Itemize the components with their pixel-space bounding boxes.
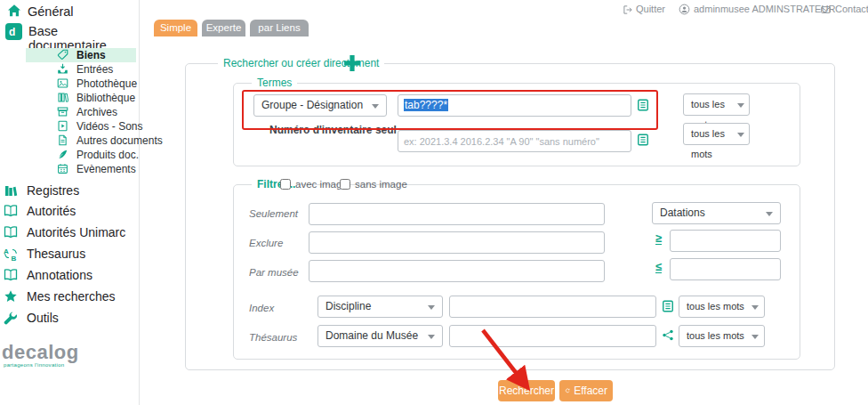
sidebar-item-autres-documents[interactable]: Autres documents — [26, 134, 136, 148]
sidebar-item-archives[interactable]: Archives — [26, 105, 136, 119]
inventory-number-label: Numéro d'inventaire seul — [269, 124, 397, 136]
translate-icon — [4, 247, 18, 261]
thesaurus-input[interactable] — [449, 325, 656, 347]
inventory-number-input[interactable] — [398, 130, 631, 152]
sidebar-item-entrees[interactable]: Entrées — [26, 62, 136, 77]
star-icon — [4, 289, 18, 304]
sidebar-item-videos-sons[interactable]: Vidéos - Sons — [26, 119, 136, 134]
date-max-input[interactable] — [670, 258, 781, 280]
thesaurus-field-select[interactable]: Domaine du Musée — [317, 325, 443, 347]
sidebar-item-outils[interactable]: Outils — [0, 307, 139, 328]
wrench-icon — [4, 311, 18, 325]
chevron-down-icon — [428, 335, 435, 339]
sidebar-item-evenements[interactable]: Evènements — [26, 162, 136, 176]
exclude-input[interactable] — [309, 231, 605, 254]
chevron-down-icon — [766, 212, 773, 216]
search-field-select[interactable]: Groupe - Désignation — [253, 94, 387, 117]
filter-legend: Filtrer... — [252, 178, 301, 190]
decalog-app-icon: d — [5, 23, 22, 40]
logout-icon — [623, 4, 633, 15]
books-stack-icon — [4, 183, 18, 198]
create-plus-icon[interactable] — [342, 53, 362, 73]
gte-symbol: ≥ — [655, 232, 662, 245]
open-book-icon — [4, 204, 18, 218]
only-label: Seulement — [249, 208, 298, 219]
datations-select[interactable]: Datations — [652, 202, 781, 224]
chevron-down-icon — [372, 104, 379, 109]
chevron-down-icon — [428, 305, 435, 310]
decalog-logo: decalog — [2, 341, 79, 364]
sidebar-item-phototheque[interactable]: Photothèque — [26, 77, 136, 91]
sidebar-item-biens[interactable]: Biens — [26, 48, 136, 62]
chevron-down-icon — [737, 133, 744, 137]
by-museum-input[interactable] — [309, 260, 605, 282]
application-window: Général d Base documentaire Biens Entrée… — [0, 0, 868, 405]
sidebar-item-mes-recherches[interactable]: Mes recherches — [0, 286, 139, 307]
lte-symbol: ≤ — [655, 261, 662, 273]
sidebar-item-autorites-unimarc[interactable]: Autorités Unimarc — [0, 222, 139, 243]
books-icon — [57, 92, 68, 103]
authority-list-icon[interactable] — [637, 98, 649, 112]
svg-text:d: d — [9, 26, 15, 38]
authority-list-icon[interactable] — [662, 299, 674, 313]
sidebar-item-annotations[interactable]: Annotations — [0, 264, 139, 286]
sidebar-item-thesaurus[interactable]: Thesaurus — [0, 243, 139, 264]
user-icon — [679, 4, 690, 15]
date-min-input[interactable] — [670, 230, 781, 252]
with-image-checkbox[interactable] — [280, 179, 291, 190]
by-museum-label: Par musée — [249, 267, 299, 278]
exclude-label: Exclure — [249, 238, 283, 248]
index-label: Index — [249, 303, 274, 313]
tab-simple[interactable]: Simple — [154, 20, 197, 36]
current-user-label[interactable]: adminmusee ADMINSTRATEUR — [694, 4, 835, 14]
thesaurus-match-select[interactable]: tous les mots — [679, 325, 765, 347]
sidebar-item-bibliotheque[interactable]: Bibliothèque — [26, 91, 136, 105]
tab-par-liens[interactable]: par Liens — [250, 20, 309, 36]
effacer-button[interactable]: Effacer — [559, 380, 613, 401]
open-book-icon — [4, 225, 18, 239]
quill-icon — [57, 149, 68, 160]
mail-icon — [820, 4, 832, 15]
refresh-icon — [565, 385, 570, 396]
selected-text: tab????* — [404, 99, 448, 111]
termes-legend: Termes — [252, 77, 297, 89]
document-icon — [57, 134, 68, 146]
contact-link[interactable]: Contact — [835, 4, 868, 14]
archive-icon — [57, 106, 68, 117]
chevron-down-icon — [737, 103, 744, 108]
sidebar-divider — [139, 0, 140, 405]
index-input[interactable] — [449, 296, 656, 318]
authority-list-icon[interactable] — [637, 133, 649, 147]
index-match-select[interactable]: tous les mots — [679, 296, 765, 318]
without-image-checkbox[interactable] — [340, 179, 350, 190]
sidebar-item-autorites[interactable]: Autorités — [0, 200, 139, 222]
sidebar-item-produits-doc[interactable]: Produits doc. — [26, 148, 136, 162]
match-mode-select-1[interactable]: tous les mots — [683, 93, 750, 116]
tag-icon — [57, 49, 68, 61]
sidebar-item-registres[interactable]: Registres — [0, 180, 139, 201]
open-book-icon — [4, 268, 18, 282]
decalog-tagline: partageons l'innovation — [4, 362, 64, 368]
without-image-label: sans image — [355, 179, 407, 190]
calendar-icon — [57, 163, 68, 174]
only-input[interactable] — [309, 203, 605, 225]
tab-experte[interactable]: Experte — [202, 20, 245, 36]
thesaurus-label: Thésaurus — [249, 332, 297, 343]
photo-icon — [57, 77, 68, 89]
media-icon — [57, 120, 68, 132]
terms-input[interactable]: tab????* — [398, 94, 631, 117]
inbox-icon — [57, 63, 68, 75]
home-icon — [7, 4, 21, 18]
index-field-select[interactable]: Discipline — [317, 296, 443, 318]
match-mode-select-2[interactable]: tous les mots — [683, 123, 750, 145]
chevron-down-icon — [751, 335, 759, 339]
quitter-link[interactable]: Quitter — [636, 4, 665, 14]
chevron-down-icon — [751, 305, 759, 310]
hierarchy-share-icon[interactable] — [662, 328, 674, 342]
rechercher-button[interactable]: Rechercher — [498, 380, 555, 401]
sidebar-item-label: Général — [28, 4, 74, 19]
